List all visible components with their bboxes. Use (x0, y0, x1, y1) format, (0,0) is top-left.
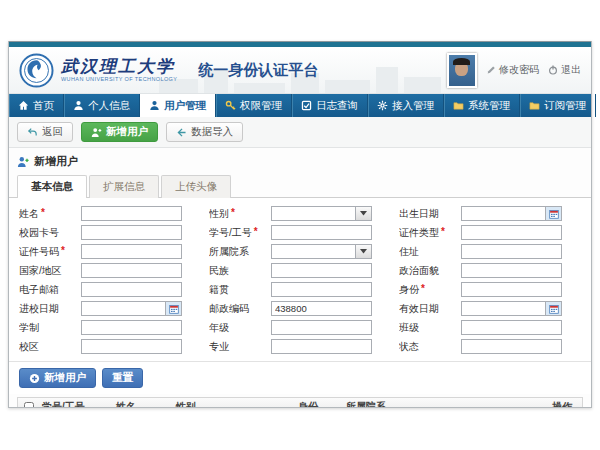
birth-date-input[interactable] (461, 206, 546, 221)
data-import-button[interactable]: 数据导入 (166, 122, 243, 142)
change-password-label: 修改密码 (499, 63, 539, 77)
gender-dropdown-button[interactable] (356, 206, 372, 221)
country-region-input[interactable] (81, 263, 182, 278)
grade-input[interactable] (271, 320, 372, 335)
postal-code-input[interactable] (271, 301, 372, 316)
field-input-wrap (81, 206, 182, 221)
field-input-wrap (461, 339, 562, 354)
field-label-text: 校区 (19, 340, 39, 354)
user-avatar (447, 53, 477, 88)
field-label-text: 住址 (399, 245, 419, 259)
identity-input[interactable] (461, 282, 562, 297)
enrollment-date-calendar-button[interactable] (166, 301, 182, 316)
major-input[interactable] (271, 339, 372, 354)
logout-link[interactable]: 退出 (548, 63, 581, 77)
political-status-input[interactable] (461, 263, 562, 278)
campus-input[interactable] (81, 339, 182, 354)
schooling-length-input[interactable] (81, 320, 182, 335)
brand: 武汉理工大学 WUHAN UNIVERSITY OF TECHNOLOGY 统一… (19, 53, 318, 88)
table-header-student-no: 学号/工号 (40, 400, 114, 408)
nav-item-system-mgmt[interactable]: 系统管理 (444, 94, 520, 117)
required-marker: * (231, 207, 235, 221)
field-input-wrap (81, 301, 182, 316)
nav-item-permission-mgmt[interactable]: 权限管理 (216, 94, 292, 117)
nav-item-user-mgmt[interactable]: 用户管理 (140, 94, 216, 117)
department-input[interactable] (271, 244, 356, 259)
table-header-name: 姓名 (114, 400, 174, 408)
required-marker: * (421, 283, 425, 297)
field-label-country-region: 国家/地区 (19, 264, 81, 278)
native-place-input[interactable] (271, 282, 372, 297)
form-field-student-no: 学号/工号* (209, 225, 391, 240)
form-field-political-status: 政治面貌 (399, 263, 581, 278)
nav-item-label: 系统管理 (468, 99, 510, 113)
form-field-name: 姓名* (19, 206, 201, 221)
form-field-enrollment-date: 进校日期 (19, 301, 201, 316)
add-user-toolbar-button[interactable]: 新增用户 (81, 122, 158, 142)
screenshot-canvas: 武汉理工大学 WUHAN UNIVERSITY OF TECHNOLOGY 统一… (0, 0, 600, 450)
form-field-birth-date: 出生日期 (399, 206, 581, 221)
enrollment-date-input[interactable] (81, 301, 166, 316)
panel-title: 新增用户 (9, 148, 591, 172)
key-icon (225, 100, 236, 111)
id-number-input[interactable] (81, 244, 182, 259)
form-field-department: 所属院系 (209, 244, 391, 259)
form-field-campus: 校区 (19, 339, 201, 354)
field-label-text: 身份 (399, 283, 419, 297)
plus-circle-icon (29, 373, 40, 384)
name-input[interactable] (81, 206, 182, 221)
gender-input[interactable] (271, 206, 356, 221)
nav-item-access-mgmt[interactable]: 接入管理 (368, 94, 444, 117)
field-label-birth-date: 出生日期 (399, 207, 461, 221)
student-no-input[interactable] (271, 225, 372, 240)
select-all-checkbox[interactable] (24, 402, 34, 408)
field-label-schooling-length: 学制 (19, 321, 81, 335)
ethnicity-input[interactable] (271, 263, 372, 278)
nav-item-label: 首页 (33, 99, 54, 113)
nav-item-log-query[interactable]: 日志查询 (292, 94, 368, 117)
department-dropdown-button[interactable] (356, 244, 372, 259)
tab-basic-info[interactable]: 基本信息 (17, 175, 87, 198)
field-label-text: 出生日期 (399, 207, 439, 221)
data-import-label: 数据导入 (191, 125, 233, 139)
reset-button[interactable]: 重置 (102, 368, 143, 388)
field-label-name: 姓名* (19, 207, 81, 221)
field-label-id-number: 证件号码* (19, 245, 81, 259)
email-input[interactable] (81, 282, 182, 297)
address-input[interactable] (461, 244, 562, 259)
class-input[interactable] (461, 320, 562, 335)
submit-add-user-button[interactable]: 新增用户 (19, 368, 96, 388)
field-input-wrap (461, 206, 562, 221)
campus-card-no-input[interactable] (81, 225, 182, 240)
valid-date-calendar-button[interactable] (546, 301, 562, 316)
birth-date-calendar-button[interactable] (546, 206, 562, 221)
valid-date-input[interactable] (461, 301, 546, 316)
skyline-block (404, 77, 441, 93)
field-input-wrap (271, 282, 372, 297)
university-logo-icon (19, 53, 54, 88)
field-label-native-place: 籍贯 (209, 283, 271, 297)
field-label-text: 学号/工号 (209, 226, 252, 240)
pencil-icon (486, 65, 496, 75)
status-input[interactable] (461, 339, 562, 354)
nav-item-subscription-mgmt[interactable]: 订阅管理 (520, 94, 596, 117)
form-field-gender: 性别* (209, 206, 391, 221)
field-label-address: 住址 (399, 245, 461, 259)
form-field-native-place: 籍贯 (209, 282, 391, 297)
nav-item-personal-info[interactable]: 个人信息 (64, 94, 140, 117)
app-header: 武汉理工大学 WUHAN UNIVERSITY OF TECHNOLOGY 统一… (9, 47, 591, 94)
field-label-text: 有效日期 (399, 302, 439, 316)
field-label-text: 电子邮箱 (19, 283, 59, 297)
tab-extended-info[interactable]: 扩展信息 (89, 175, 159, 198)
main-nav: 首页个人信息用户管理权限管理日志查询接入管理系统管理订阅管理 (9, 94, 591, 117)
field-label-ethnicity: 民族 (209, 264, 271, 278)
nav-item-home[interactable]: 首页 (9, 94, 64, 117)
change-password-link[interactable]: 修改密码 (486, 63, 539, 77)
id-type-input[interactable] (461, 225, 562, 240)
field-label-campus-card-no: 校园卡号 (19, 226, 81, 240)
form-tabs: 基本信息扩展信息上传头像 (9, 172, 591, 198)
back-button[interactable]: 返回 (17, 122, 73, 142)
university-name-block: 武汉理工大学 WUHAN UNIVERSITY OF TECHNOLOGY (61, 58, 177, 82)
tab-upload-avatar[interactable]: 上传头像 (161, 175, 231, 198)
field-label-id-type: 证件类型* (399, 226, 461, 240)
